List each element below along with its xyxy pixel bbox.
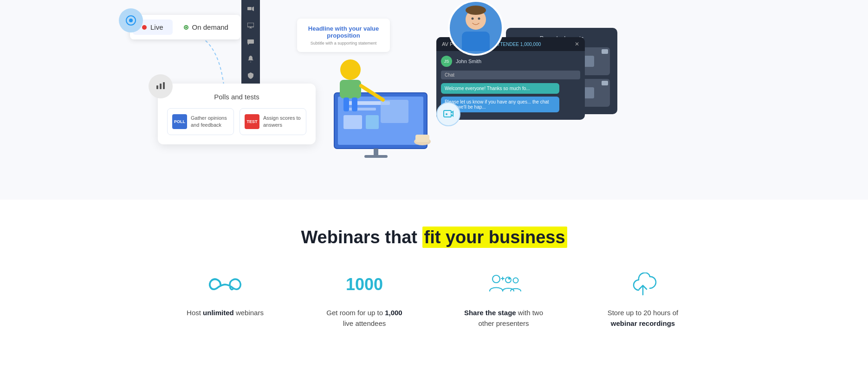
video-chat-bubble	[436, 102, 460, 126]
sidebar-bell-icon	[246, 55, 255, 63]
feature-attendees: 1000 Get room for up to 1,000live attend…	[295, 271, 434, 329]
camera-bubble	[119, 8, 143, 32]
poll-icon: POLL	[172, 114, 187, 129]
feature-unlimited: Host unlimited webinars	[155, 271, 295, 329]
demand-label: On demand	[192, 23, 228, 31]
number-1000-icon: 1000	[346, 271, 383, 298]
sidebar-video-icon	[246, 5, 255, 13]
thumb-badge-4	[602, 81, 608, 85]
features-grid: Host unlimited webinars 1000 Get room fo…	[155, 271, 713, 329]
headline-section: Webinars that fit your business	[0, 227, 868, 247]
chat-input[interactable]: Chat	[441, 71, 580, 79]
svg-rect-22	[343, 97, 349, 111]
svg-point-33	[492, 275, 500, 283]
headline-normal: Webinars that	[301, 227, 422, 247]
svg-point-26	[446, 113, 447, 115]
svg-point-30	[466, 6, 486, 15]
features-section: Webinars that fit your business Host unl…	[0, 200, 868, 357]
feature-text-recordings: Store up to 20 hours of webinar recordin…	[596, 308, 689, 329]
sidebar-chat-icon	[246, 38, 255, 46]
svg-point-1	[129, 19, 133, 22]
poll-card-1[interactable]: POLL Gather opinions and feedback	[167, 108, 234, 135]
avatar: JS	[441, 56, 452, 67]
chat-attendee: ATTENDEE 1,000,000	[494, 42, 541, 47]
value-prop-sub: Subtitle with a supporting statement	[304, 41, 383, 45]
people-icon	[485, 271, 522, 298]
svg-rect-16	[366, 115, 379, 129]
sidebar-shield-icon	[246, 71, 255, 80]
poll-bubble	[149, 74, 173, 98]
svg-point-19	[340, 59, 361, 80]
top-section: Live On demand Polls and tests POLL Gath…	[0, 0, 868, 200]
svg-rect-15	[343, 115, 362, 129]
svg-rect-25	[415, 135, 429, 142]
svg-rect-23	[352, 97, 357, 111]
poll-card-text-2: Assign scores to answers	[263, 115, 301, 129]
feature-text-stage: Share the stage with two other presenter…	[457, 308, 550, 329]
svg-rect-29	[462, 32, 490, 51]
close-icon[interactable]: ✕	[575, 41, 579, 47]
test-icon: TEST	[245, 114, 259, 129]
feature-text-attendees: Get room for up to 1,000live attendees	[326, 308, 402, 329]
thumb-badge-2	[602, 49, 608, 54]
svg-rect-5	[247, 7, 252, 10]
svg-point-34	[505, 277, 511, 283]
chat-message-1: Welcome everyone! Thanks so much fo...	[441, 83, 559, 94]
svg-rect-20	[340, 80, 361, 98]
presenter-video	[448, 0, 504, 56]
infinity-icon	[207, 271, 244, 298]
svg-point-32	[478, 18, 480, 20]
svg-rect-17	[374, 149, 378, 156]
upload-cloud-icon	[624, 271, 661, 298]
svg-rect-7	[247, 23, 254, 27]
svg-rect-14	[381, 100, 408, 123]
svg-rect-2	[156, 85, 158, 89]
screen-mockup-illustration	[306, 56, 436, 158]
live-ondemand-toggle: Live On demand	[130, 15, 240, 39]
live-label: Live	[150, 23, 163, 31]
value-prop-card: Headline with your value proposition Sub…	[297, 19, 390, 52]
svg-point-35	[513, 278, 518, 283]
sidebar-screen-icon	[246, 21, 255, 30]
svg-rect-3	[160, 84, 162, 89]
value-prop-headline: Headline with your value proposition	[304, 25, 383, 39]
headline-highlight: fit your business	[422, 227, 567, 248]
live-dot	[142, 25, 147, 30]
demand-tab[interactable]: On demand	[175, 19, 238, 35]
presenter-avatar-large	[450, 2, 502, 54]
presenter-name: John Smith	[456, 58, 481, 64]
svg-rect-4	[163, 82, 165, 89]
feature-stage: Share the stage with two other presenter…	[434, 271, 573, 329]
svg-marker-6	[252, 6, 254, 11]
feature-text-unlimited: Host unlimited webinars	[187, 308, 264, 318]
presenter-row: JS John Smith	[441, 56, 580, 67]
svg-rect-18	[364, 155, 388, 158]
polls-cards: POLL Gather opinions and feedback TEST A…	[167, 108, 306, 135]
polls-panel-title: Polls and tests	[167, 93, 306, 101]
poll-card-text-1: Gather opinions and feedback	[191, 115, 229, 129]
demand-dot	[184, 25, 188, 30]
feature-recordings: Store up to 20 hours of webinar recordin…	[573, 271, 713, 329]
svg-point-31	[472, 18, 474, 20]
poll-card-2[interactable]: TEST Assign scores to answers	[240, 108, 306, 135]
polls-panel: Polls and tests POLL Gather opinions and…	[158, 84, 316, 144]
number-display: 1000	[346, 276, 383, 293]
